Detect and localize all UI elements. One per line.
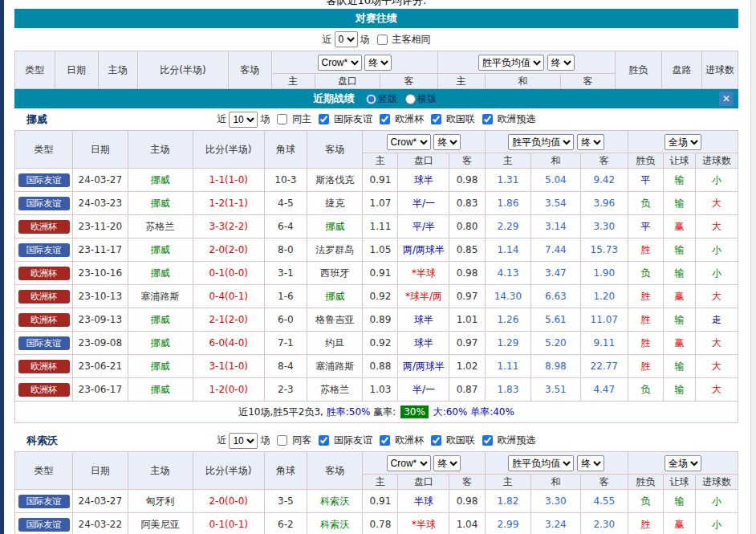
home-team[interactable]: 挪威 — [128, 308, 193, 332]
home-team[interactable]: 挪威 — [128, 169, 193, 192]
score-halftime[interactable]: 2-1(2-0) — [193, 308, 264, 332]
league-friendly-option[interactable]: 国际友谊 — [314, 112, 372, 126]
company-select[interactable]: Crow* — [318, 55, 362, 71]
league-friendly-checkbox[interactable] — [319, 435, 329, 446]
same-venue-option[interactable]: 同主 — [272, 112, 311, 126]
final-odds-select[interactable]: 终 — [577, 455, 604, 471]
home-team[interactable]: 挪威 — [128, 238, 193, 262]
team-name-kosovo[interactable]: 科索沃 — [26, 434, 58, 448]
match-type[interactable]: 欧洲杯 — [15, 285, 73, 308]
same-venue-option[interactable]: 同客 — [272, 434, 311, 447]
wdl-avg-select[interactable]: 胜平负均值 — [508, 134, 574, 150]
home-team[interactable]: 挪威 — [128, 192, 193, 215]
league-qualifier-option[interactable]: 欧洲预选 — [478, 112, 536, 126]
league-friendly-checkbox[interactable] — [319, 114, 329, 124]
match-type-badge[interactable]: 欧洲杯 — [18, 267, 70, 280]
league-euro-checkbox[interactable] — [380, 114, 390, 124]
h2h-near-count-select[interactable]: 0 — [335, 31, 358, 47]
close-icon[interactable]: ✕ — [719, 92, 734, 106]
away-team[interactable]: 科索沃 — [307, 490, 362, 513]
league-euro-option[interactable]: 欧洲杯 — [375, 112, 424, 126]
match-type[interactable]: 国际友谊 — [15, 238, 73, 262]
score-halftime[interactable]: 1-2(1-1) — [193, 192, 264, 215]
match-type-badge[interactable]: 欧洲杯 — [18, 383, 70, 397]
home-team[interactable]: 挪威 — [128, 378, 193, 402]
final-odds-select[interactable]: 终 — [364, 55, 392, 71]
match-type-badge[interactable]: 国际友谊 — [18, 197, 70, 210]
league-nations-checkbox[interactable] — [431, 435, 441, 446]
kosovo-near-count-select[interactable]: 10 — [229, 433, 258, 449]
match-type[interactable]: 国际友谊 — [15, 169, 73, 192]
match-type-badge[interactable]: 欧洲杯 — [18, 290, 70, 304]
away-team[interactable]: 塞浦路斯 — [307, 355, 362, 378]
norway-near-count-select[interactable]: 10 — [229, 112, 258, 128]
score-halftime[interactable]: 1-2(0-0) — [193, 378, 264, 402]
home-team[interactable]: 苏格兰 — [128, 215, 193, 238]
score-halftime[interactable]: 0-1(0-0) — [193, 262, 264, 285]
match-type-badge[interactable]: 欧洲杯 — [18, 360, 70, 373]
away-team[interactable]: 挪威 — [307, 215, 362, 238]
match-type[interactable]: 欧洲杯 — [15, 378, 73, 402]
league-qualifier-checkbox[interactable] — [482, 435, 493, 446]
league-nations-option[interactable]: 欧国联 — [426, 112, 475, 126]
fullmatch-select[interactable]: 全场 — [665, 134, 701, 150]
score-halftime[interactable]: 2-0(2-0) — [193, 238, 264, 262]
team-name-norway[interactable]: 挪威 — [26, 112, 47, 127]
score-halftime[interactable]: 2-0(0-0) — [193, 490, 264, 513]
match-type-badge[interactable]: 欧洲杯 — [18, 220, 70, 234]
score-halftime[interactable]: 3-1(1-0) — [193, 355, 264, 378]
match-type-badge[interactable]: 国际友谊 — [18, 243, 70, 257]
league-euro-option[interactable]: 欧洲杯 — [375, 434, 424, 447]
match-type[interactable]: 国际友谊 — [15, 192, 73, 215]
home-team[interactable]: 阿美尼亚 — [128, 513, 193, 534]
match-type[interactable]: 国际友谊 — [15, 490, 73, 513]
away-team[interactable]: 西班牙 — [307, 262, 362, 285]
scrollbar[interactable] — [750, 0, 756, 534]
match-type[interactable]: 欧洲杯 — [15, 308, 73, 332]
final-odds-select[interactable]: 终 — [433, 134, 461, 150]
away-team[interactable]: 捷克 — [307, 192, 362, 215]
league-nations-option[interactable]: 欧国联 — [426, 434, 475, 447]
score-halftime[interactable]: 6-0(4-0) — [193, 332, 264, 355]
same-away-checkbox[interactable] — [277, 435, 287, 446]
home-team[interactable]: 挪威 — [128, 262, 193, 285]
league-euro-checkbox[interactable] — [380, 435, 390, 446]
home-team[interactable]: 匈牙利 — [128, 490, 193, 513]
final-odds-select[interactable]: 终 — [433, 455, 461, 471]
match-type-badge[interactable]: 国际友谊 — [18, 336, 70, 350]
away-team[interactable]: 约旦 — [307, 332, 362, 355]
company-select[interactable]: Crow* — [387, 134, 431, 150]
horizontal-layout-radio[interactable] — [405, 94, 416, 104]
away-team[interactable]: 斯洛伐克 — [307, 169, 362, 192]
score-halftime[interactable]: 1-1(1-0) — [193, 169, 264, 192]
score-halftime[interactable]: 3-3(2-2) — [193, 215, 264, 238]
league-friendly-option[interactable]: 国际友谊 — [314, 434, 372, 447]
same-home-away-option[interactable]: 主客相同 — [372, 33, 431, 47]
score-halftime[interactable]: 0-4(0-1) — [193, 285, 264, 308]
wdl-avg-select[interactable]: 胜平负均值 — [478, 55, 544, 71]
away-team[interactable]: 格鲁吉亚 — [307, 308, 362, 332]
away-team[interactable]: 科索沃 — [307, 513, 362, 534]
horizontal-layout-label[interactable]: 横版 — [417, 93, 437, 104]
match-type[interactable]: 国际友谊 — [15, 513, 73, 534]
league-nations-checkbox[interactable] — [431, 114, 441, 124]
match-type[interactable]: 欧洲杯 — [15, 262, 73, 285]
league-qualifier-option[interactable]: 欧洲预选 — [478, 434, 536, 447]
score-halftime[interactable]: 0-1(0-1) — [193, 513, 264, 534]
away-team[interactable]: 苏格兰 — [307, 378, 362, 402]
home-team[interactable]: 塞浦路斯 — [128, 285, 193, 308]
final-odds-select[interactable]: 终 — [547, 55, 575, 71]
vertical-layout-label[interactable]: 竖版 — [378, 93, 397, 104]
match-type[interactable]: 欧洲杯 — [15, 215, 73, 238]
wdl-avg-select[interactable]: 胜平负均值 — [508, 455, 574, 471]
same-home-away-checkbox[interactable] — [377, 35, 388, 45]
away-team[interactable]: 挪威 — [307, 285, 362, 308]
home-team[interactable]: 挪威 — [128, 332, 193, 355]
vertical-layout-radio[interactable] — [366, 94, 376, 104]
match-type-badge[interactable]: 国际友谊 — [18, 518, 70, 532]
match-type[interactable]: 欧洲杯 — [15, 355, 73, 378]
final-odds-select[interactable]: 终 — [577, 134, 604, 150]
away-team[interactable]: 法罗群岛 — [307, 238, 362, 262]
same-home-checkbox[interactable] — [277, 114, 287, 124]
fullmatch-select[interactable]: 全场 — [665, 455, 701, 471]
